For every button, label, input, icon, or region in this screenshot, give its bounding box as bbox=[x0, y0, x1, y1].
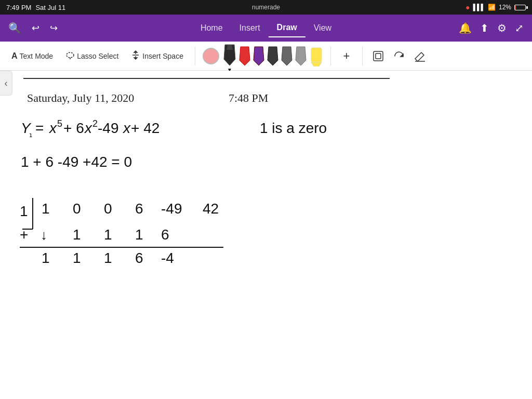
svg-marker-12 bbox=[282, 47, 292, 65]
pen-dark[interactable] bbox=[267, 46, 279, 69]
svg-text:6: 6 bbox=[135, 201, 143, 217]
svg-text:1: 1 bbox=[73, 250, 81, 266]
record-icon: ● bbox=[466, 3, 470, 11]
svg-marker-3 bbox=[134, 51, 137, 52]
svg-text:2: 2 bbox=[92, 118, 98, 129]
svg-marker-18 bbox=[401, 54, 403, 57]
search-icon[interactable]: 🔍 bbox=[8, 22, 21, 34]
pen-purple[interactable] bbox=[252, 46, 265, 69]
svg-marker-10 bbox=[254, 47, 264, 65]
svg-marker-9 bbox=[240, 47, 250, 65]
redo-icon[interactable]: ↪ bbox=[50, 22, 58, 34]
text-mode-button[interactable]: A Text Mode bbox=[6, 48, 58, 64]
app-name: numerade bbox=[252, 4, 280, 11]
svg-text:6: 6 bbox=[161, 227, 169, 243]
svg-text:7:48 PM: 7:48 PM bbox=[229, 91, 268, 104]
svg-text:5: 5 bbox=[57, 118, 62, 129]
svg-text:-49: -49 bbox=[161, 201, 182, 217]
status-bar: 7:49 PM Sat Jul 11 numerade ● ▌▌▌ 📶 12% bbox=[0, 0, 532, 15]
svg-marker-11 bbox=[268, 47, 278, 65]
lasso-icon bbox=[65, 50, 75, 61]
svg-text:Saturday, July 11, 2020: Saturday, July 11, 2020 bbox=[27, 91, 134, 104]
svg-text:1: 1 bbox=[73, 227, 81, 243]
rotate-tool-button[interactable] bbox=[390, 47, 408, 65]
pen-light-gray[interactable] bbox=[295, 46, 307, 69]
share-icon[interactable]: ⬆ bbox=[480, 22, 489, 34]
pen-gray[interactable] bbox=[281, 46, 293, 69]
svg-text:1: 1 bbox=[104, 250, 112, 266]
svg-rect-17 bbox=[376, 54, 381, 59]
text-mode-icon: A bbox=[11, 51, 18, 61]
shape-tool-button[interactable] bbox=[369, 47, 388, 65]
svg-text:1 is a zero: 1 is a zero bbox=[260, 120, 327, 136]
svg-text:+: + bbox=[20, 227, 28, 243]
time-display: 7:49 PM bbox=[6, 4, 31, 11]
tab-home[interactable]: Home bbox=[192, 19, 231, 37]
svg-rect-14 bbox=[311, 48, 322, 62]
svg-text:42: 42 bbox=[203, 201, 219, 217]
signal-bars: ▌▌▌ bbox=[473, 4, 485, 11]
svg-marker-5 bbox=[134, 58, 137, 59]
pen-red[interactable] bbox=[238, 46, 251, 69]
svg-text:0: 0 bbox=[104, 201, 112, 217]
svg-text:x: x bbox=[122, 120, 131, 136]
settings-icon[interactable]: ⚙ bbox=[497, 22, 507, 34]
svg-text:6: 6 bbox=[135, 250, 143, 266]
insert-space-label: Insert Space bbox=[142, 52, 183, 60]
expand-icon[interactable]: ⤢ bbox=[515, 22, 524, 34]
add-button[interactable]: + bbox=[337, 47, 356, 65]
svg-marker-15 bbox=[311, 62, 322, 66]
left-panel-toggle[interactable]: ‹ bbox=[0, 71, 12, 96]
svg-point-0 bbox=[66, 52, 74, 58]
svg-text:1: 1 bbox=[42, 250, 50, 266]
svg-text:1 + 6  -49  +42 = 0: 1 + 6 -49 +42 = 0 bbox=[21, 154, 132, 170]
svg-text:x: x bbox=[48, 120, 57, 136]
toolbar-divider-1 bbox=[195, 47, 195, 65]
svg-rect-16 bbox=[374, 51, 383, 61]
undo-icon[interactable]: ↩ bbox=[32, 22, 39, 34]
color-swatch-pink[interactable] bbox=[203, 48, 219, 64]
date-display: Sat Jul 11 bbox=[35, 4, 65, 11]
pen-tools-group: ▼ bbox=[222, 44, 324, 69]
svg-text:-4: -4 bbox=[161, 250, 174, 266]
note-area[interactable]: Saturday, July 11, 2020 7:48 PM Y ₁ = x … bbox=[0, 71, 532, 399]
svg-text:=: = bbox=[35, 120, 44, 136]
svg-text:-49: -49 bbox=[98, 120, 118, 136]
insert-space-button[interactable]: Insert Space bbox=[126, 47, 189, 64]
svg-text:1: 1 bbox=[42, 201, 50, 217]
svg-text:↓: ↓ bbox=[41, 227, 47, 243]
battery-percent: 12% bbox=[499, 4, 511, 11]
svg-text:₁: ₁ bbox=[29, 130, 32, 139]
text-mode-label: Text Mode bbox=[20, 52, 54, 60]
svg-text:1: 1 bbox=[20, 203, 28, 219]
tab-draw[interactable]: Draw bbox=[269, 19, 305, 37]
pen-black-selected[interactable]: ▼ bbox=[222, 44, 237, 69]
menu-bar: 🔍 ↩ ↪ Home Insert Draw View 🔔 ⬆ ⚙ ⤢ bbox=[0, 15, 532, 42]
svg-marker-13 bbox=[296, 47, 306, 65]
svg-text:1: 1 bbox=[135, 227, 143, 243]
toolbar-divider-3 bbox=[362, 47, 363, 65]
tab-insert[interactable]: Insert bbox=[231, 19, 269, 37]
lasso-select-button[interactable]: Lasso Select bbox=[60, 47, 124, 64]
draw-toolbar: A Text Mode Lasso Select Insert Space bbox=[0, 42, 532, 71]
insert-space-icon bbox=[131, 50, 140, 61]
bell-icon[interactable]: 🔔 bbox=[459, 22, 472, 34]
svg-marker-8 bbox=[227, 45, 233, 50]
wifi-icon: 📶 bbox=[488, 4, 496, 11]
math-content-svg: Saturday, July 11, 2020 7:48 PM Y ₁ = x … bbox=[0, 71, 532, 399]
svg-text:+ 6: + 6 bbox=[63, 120, 84, 136]
battery-icon bbox=[514, 5, 526, 10]
svg-text:+ 42: + 42 bbox=[131, 120, 159, 136]
svg-text:x: x bbox=[84, 120, 92, 136]
chevron-left-icon: ‹ bbox=[5, 78, 8, 89]
lasso-select-label: Lasso Select bbox=[77, 52, 118, 60]
svg-text:1: 1 bbox=[104, 227, 112, 243]
tab-view[interactable]: View bbox=[305, 19, 340, 37]
active-pen-tool-button[interactable] bbox=[410, 47, 429, 65]
toolbar-divider-2 bbox=[330, 47, 331, 65]
svg-text:0: 0 bbox=[73, 201, 81, 217]
pen-yellow-highlighter[interactable] bbox=[309, 46, 324, 69]
